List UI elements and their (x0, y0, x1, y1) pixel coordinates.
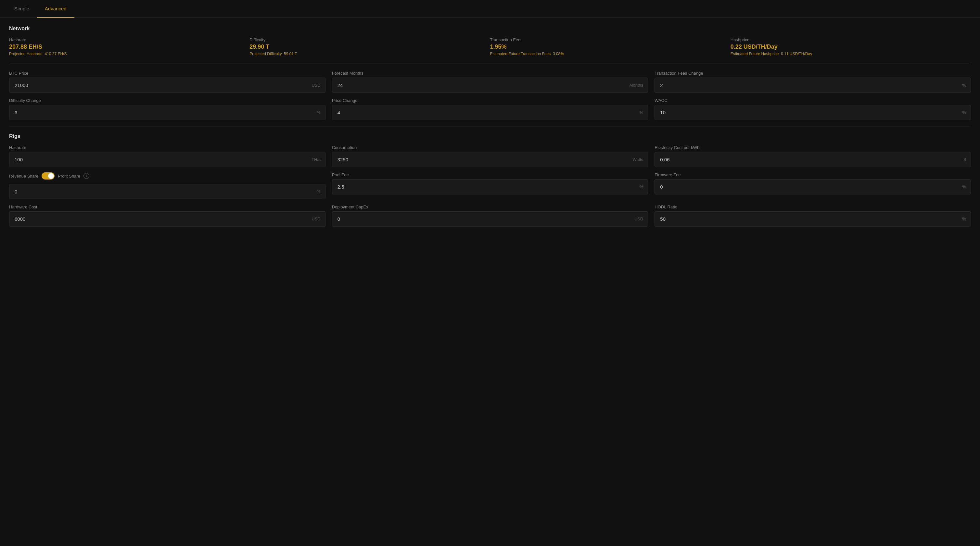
hashrate-label: Hashrate (9, 37, 243, 42)
divider-2 (9, 127, 971, 127)
price-change-unit: % (640, 110, 648, 115)
revenue-share-unit: % (317, 189, 325, 194)
network-section-title: Network (9, 25, 971, 32)
consumption-unit: Watts (633, 157, 648, 162)
wacc-label: WACC (654, 98, 971, 103)
deployment-capex-input[interactable] (332, 212, 635, 226)
tx-fees-value: 1.95% (490, 43, 724, 50)
rig-hashrate-group: Hashrate TH/s (9, 145, 326, 167)
difficulty-sub: Projected Difficulty 59.01 T (250, 52, 483, 56)
hodl-ratio-wrap: % (654, 211, 971, 227)
firmware-fee-wrap: % (654, 179, 971, 194)
network-difficulty: Difficulty 29.90 T Projected Difficulty … (250, 37, 490, 56)
hardware-cost-input[interactable] (10, 212, 312, 226)
deployment-capex-wrap: USD (332, 211, 648, 227)
revenue-share-label: Revenue Share (9, 174, 38, 179)
hardware-cost-group: Hardware Cost USD (9, 205, 326, 227)
difficulty-change-unit: % (317, 110, 325, 115)
hodl-ratio-label: HODL Ratio (654, 205, 971, 210)
tx-fees-change-wrap: % (654, 78, 971, 93)
tx-fees-change-label: Transaction Fees Change (654, 71, 971, 76)
hashrate-sub: Projected Hashrate 410.27 EH/S (9, 52, 243, 56)
firmware-fee-unit: % (962, 184, 970, 189)
forecast-months-input[interactable] (332, 78, 630, 92)
hashrate-value: 207.88 EH/S (9, 43, 243, 50)
pool-fee-label: Pool Fee (332, 172, 648, 177)
hodl-ratio-input[interactable] (655, 212, 962, 226)
wacc-group: WACC % (654, 98, 971, 120)
revenue-share-toggle[interactable] (41, 172, 54, 179)
firmware-fee-group: Firmware Fee % (654, 172, 971, 199)
consumption-input[interactable] (332, 152, 633, 167)
hodl-ratio-group: HODL Ratio % (654, 205, 971, 227)
forecast-months-wrap: Months (332, 78, 648, 93)
tx-fees-change-group: Transaction Fees Change % (654, 71, 971, 93)
price-change-wrap: % (332, 105, 648, 120)
difficulty-value: 29.90 T (250, 43, 483, 50)
btc-price-input[interactable] (10, 78, 312, 92)
btc-price-wrap: USD (9, 78, 326, 93)
rig-hashrate-input[interactable] (10, 152, 312, 167)
firmware-fee-input[interactable] (655, 179, 962, 194)
rigs-grid: Hashrate TH/s Consumption Watts Electric… (9, 145, 971, 227)
toggle-row: Revenue Share Profit Share i (9, 172, 326, 179)
electricity-cost-unit: $ (964, 157, 970, 162)
tx-fees-change-unit: % (962, 83, 970, 88)
divider-1 (9, 64, 971, 64)
main-content: Network Hashrate 207.88 EH/S Projected H… (0, 18, 980, 241)
difficulty-change-wrap: % (9, 105, 326, 120)
btc-price-group: BTC Price USD (9, 71, 326, 93)
electricity-cost-group: Electricity Cost per kWh $ (654, 145, 971, 167)
network-grid: Hashrate 207.88 EH/S Projected Hashrate … (9, 37, 971, 56)
pool-fee-input[interactable] (332, 179, 640, 194)
network-hashprice: Hashprice 0.22 USD/TH/Day Estimated Futu… (730, 37, 971, 56)
forecast-months-group: Forecast Months Months (332, 71, 648, 93)
wacc-wrap: % (654, 105, 971, 120)
tab-advanced[interactable]: Advanced (37, 0, 75, 18)
rigs-title: Rigs (9, 133, 971, 139)
tx-fees-label: Transaction Fees (490, 37, 724, 42)
electricity-cost-wrap: $ (654, 152, 971, 167)
inputs-grid: BTC Price USD Forecast Months Months Tra… (9, 71, 971, 120)
hashprice-sub: Estimated Future Hashprice 0.11 USD/TH/D… (730, 52, 964, 56)
revenue-share-wrap: % (9, 184, 326, 199)
electricity-cost-input[interactable] (655, 152, 963, 167)
consumption-group: Consumption Watts (332, 145, 648, 167)
revenue-share-group: Revenue Share Profit Share i % (9, 172, 326, 199)
difficulty-change-label: Difficulty Change (9, 98, 326, 103)
hardware-cost-label: Hardware Cost (9, 205, 326, 210)
tab-simple[interactable]: Simple (6, 0, 37, 18)
price-change-label: Price Change (332, 98, 648, 103)
hashprice-value: 0.22 USD/TH/Day (730, 43, 964, 50)
profit-share-label: Profit Share (58, 174, 80, 179)
rig-hashrate-label: Hashrate (9, 145, 326, 150)
pool-fee-group: Pool Fee % (332, 172, 648, 199)
network-tx-fees: Transaction Fees 1.95% Estimated Future … (490, 37, 730, 56)
hashprice-label: Hashprice (730, 37, 964, 42)
pool-fee-unit: % (640, 184, 648, 189)
hodl-ratio-unit: % (962, 216, 970, 221)
deployment-capex-label: Deployment CapEx (332, 205, 648, 210)
forecast-months-unit: Months (630, 83, 648, 88)
difficulty-label: Difficulty (250, 37, 483, 42)
deployment-capex-group: Deployment CapEx USD (332, 205, 648, 227)
hardware-cost-wrap: USD (9, 211, 326, 227)
difficulty-change-input[interactable] (10, 105, 317, 120)
difficulty-change-group: Difficulty Change % (9, 98, 326, 120)
network-hashrate: Hashrate 207.88 EH/S Projected Hashrate … (9, 37, 250, 56)
hardware-cost-unit: USD (312, 216, 325, 221)
firmware-fee-label: Firmware Fee (654, 172, 971, 177)
wacc-input[interactable] (655, 105, 962, 120)
revenue-share-input[interactable] (10, 184, 317, 199)
consumption-label: Consumption (332, 145, 648, 150)
btc-price-label: BTC Price (9, 71, 326, 76)
price-change-input[interactable] (332, 105, 640, 120)
consumption-wrap: Watts (332, 152, 648, 167)
deployment-capex-unit: USD (635, 216, 648, 221)
electricity-cost-label: Electricity Cost per kWh (654, 145, 971, 150)
tab-bar: Simple Advanced (0, 0, 980, 18)
info-icon[interactable]: i (83, 173, 89, 179)
rigs-section: Rigs Hashrate TH/s Consumption Watts (9, 133, 971, 227)
tx-fees-change-input[interactable] (655, 78, 962, 92)
tx-fees-sub: Estimated Future Transaction Fees 3.08% (490, 52, 724, 56)
